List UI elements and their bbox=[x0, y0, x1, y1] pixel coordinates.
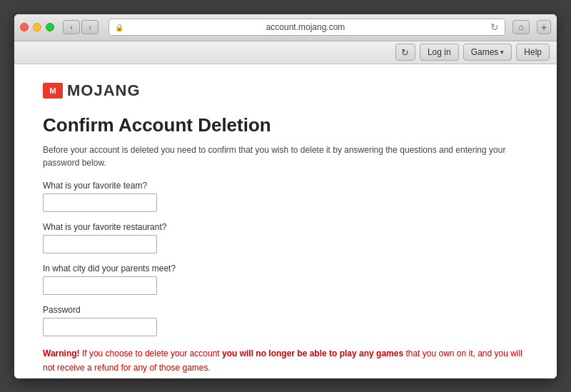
field3-input[interactable] bbox=[43, 276, 157, 295]
help-button[interactable]: Help bbox=[516, 44, 550, 61]
url-text: account.mojang.com bbox=[126, 22, 485, 32]
form-group-restaurant: What is your favorite restaurant? bbox=[43, 222, 528, 253]
mojang-logo: M MOJANG bbox=[43, 81, 528, 100]
maximize-button[interactable] bbox=[46, 23, 54, 31]
games-label: Games bbox=[471, 47, 499, 57]
login-button[interactable]: Log in bbox=[420, 44, 459, 61]
field1-label: What is your favorite team? bbox=[43, 181, 528, 191]
chevron-down-icon: ▾ bbox=[500, 49, 504, 56]
field4-label: Password bbox=[43, 305, 528, 315]
field4-input[interactable] bbox=[43, 318, 157, 336]
refresh-icon[interactable]: ↻ bbox=[490, 21, 499, 33]
browser-window: ‹ › 🔒 account.mojang.com ↻ ⌂ + ↻ Log in … bbox=[14, 14, 557, 378]
title-bar: ‹ › 🔒 account.mojang.com ↻ ⌂ + bbox=[14, 14, 557, 41]
forward-button[interactable]: › bbox=[81, 20, 98, 34]
back-button[interactable]: ‹ bbox=[63, 20, 80, 34]
warning-section: Warning! If you choose to delete your ac… bbox=[43, 346, 528, 378]
nav-buttons: ‹ › bbox=[63, 20, 98, 34]
field3-label: In what city did your parents meet? bbox=[43, 263, 528, 273]
mojang-icon: M bbox=[43, 83, 63, 99]
field2-label: What is your favorite restaurant? bbox=[43, 222, 528, 232]
form-group-team: What is your favorite team? bbox=[43, 181, 528, 212]
address-bar[interactable]: 🔒 account.mojang.com ↻ bbox=[108, 19, 505, 36]
traffic-lights bbox=[20, 23, 54, 31]
field1-input[interactable] bbox=[43, 194, 157, 212]
games-menu-button[interactable]: Games ▾ bbox=[463, 44, 512, 61]
minimize-button[interactable] bbox=[33, 23, 41, 31]
form-group-city: In what city did your parents meet? bbox=[43, 263, 528, 295]
page-title: Confirm Account Deletion bbox=[43, 114, 528, 136]
warning-line1-bold: you will no longer be able to play any g… bbox=[222, 348, 403, 358]
warning-line1: Warning! If you choose to delete your ac… bbox=[43, 346, 528, 376]
lock-icon: 🔒 bbox=[115, 24, 123, 31]
warning-prefix: Warning! bbox=[43, 348, 80, 358]
home-button[interactable]: ⌂ bbox=[512, 20, 530, 34]
close-button[interactable] bbox=[20, 23, 29, 31]
new-tab-button[interactable]: + bbox=[537, 20, 551, 34]
form-group-password: Password bbox=[43, 305, 528, 336]
field2-input[interactable] bbox=[43, 235, 157, 253]
page-content: M MOJANG Confirm Account Deletion Before… bbox=[14, 64, 557, 378]
mojang-brand-name: MOJANG bbox=[67, 81, 141, 100]
page-description: Before your account is deleted you need … bbox=[43, 144, 528, 169]
toolbar-refresh-button[interactable]: ↻ bbox=[395, 44, 415, 61]
warning-line1-normal: If you choose to delete your account bbox=[82, 348, 222, 358]
warning-line2: You will not be able to register a new a… bbox=[43, 375, 528, 378]
nav-toolbar: ↻ Log in Games ▾ Help bbox=[14, 41, 557, 64]
